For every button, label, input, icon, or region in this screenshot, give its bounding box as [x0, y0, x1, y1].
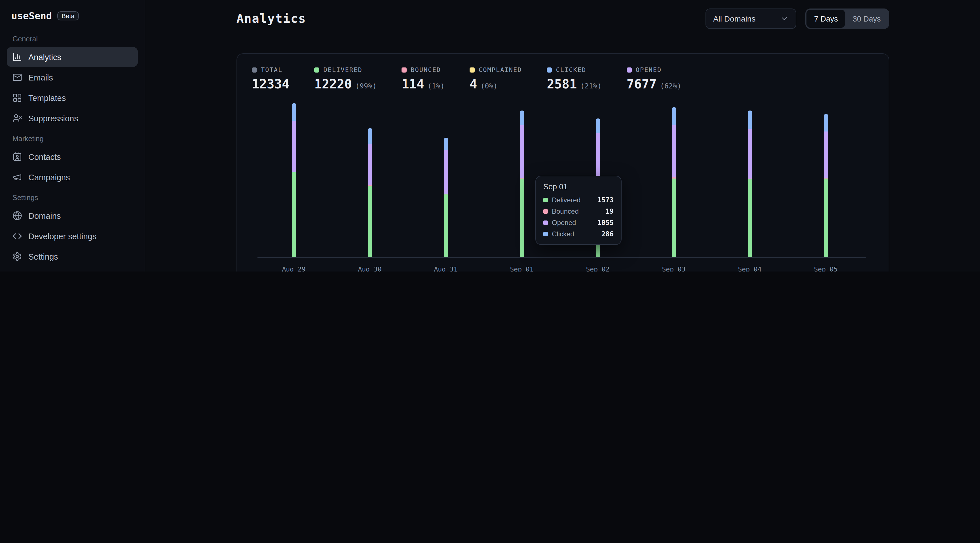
section-label: Settings — [13, 194, 132, 202]
stat-delivered: DELIVERED12220(99%) — [314, 66, 377, 91]
stat-value-clicked: 2581(21%) — [547, 77, 601, 91]
stat-label-clicked: CLICKED — [547, 66, 601, 74]
bar-aug-29[interactable] — [292, 103, 296, 257]
sidebar-item-emails[interactable]: Emails — [7, 67, 138, 87]
stat-percent: (1%) — [428, 82, 445, 90]
x-tick-label: Sep 04 — [738, 265, 761, 272]
tooltip-row: Opened1055 — [543, 219, 614, 227]
sidebar-item-label: Analytics — [29, 52, 61, 62]
stat-label-text: CLICKED — [556, 66, 586, 74]
sidebar-item-admin[interactable]: Admin — [7, 267, 138, 272]
segment-opened — [520, 125, 524, 178]
segment-clicked — [748, 110, 752, 129]
tooltip-label: Opened — [552, 219, 593, 227]
segment-clicked — [368, 128, 372, 144]
stat-label-text: DELIVERED — [323, 66, 362, 74]
stat-label-text: OPENED — [636, 66, 662, 74]
chevron-down-icon — [780, 14, 789, 23]
segment-clicked — [824, 114, 828, 132]
stat-bounced: BOUNCED114(1%) — [401, 66, 445, 91]
tooltip-date: Sep 01 — [543, 183, 614, 191]
range-button-7-days[interactable]: 7 Days — [807, 10, 845, 28]
sidebar-item-label: Suppressions — [29, 114, 78, 123]
clicked-dot — [543, 232, 548, 237]
stat-value-delivered: 12220(99%) — [314, 77, 377, 91]
stat-value-total: 12334 — [252, 77, 289, 91]
sidebar-item-campaigns[interactable]: Campaigns — [7, 167, 138, 187]
range-button-30-days[interactable]: 30 Days — [845, 10, 888, 28]
stat-label-complained: COMPLAINED — [469, 66, 522, 74]
grid-icon — [13, 93, 22, 103]
segment-delivered — [672, 178, 676, 257]
stat-label-delivered: DELIVERED — [314, 66, 377, 74]
segment-delivered — [368, 186, 372, 257]
stat-label-total: TOTAL — [252, 66, 289, 74]
bounced-dot — [401, 67, 407, 73]
stat-complained: COMPLAINED4(0%) — [469, 66, 522, 91]
sidebar-item-developer-settings[interactable]: Developer settings — [7, 226, 138, 246]
bar-sep-05[interactable] — [824, 114, 828, 257]
sidebar-item-contacts[interactable]: Contacts — [7, 147, 138, 167]
delivered-dot — [543, 198, 548, 202]
x-tick-label: Sep 03 — [662, 265, 686, 272]
x-tick-label: Aug 30 — [358, 265, 382, 272]
bar-aug-30[interactable] — [368, 128, 372, 257]
segment-clicked — [520, 111, 524, 125]
sidebar-item-settings[interactable]: Settings — [7, 246, 138, 267]
segment-opened — [748, 129, 752, 179]
tooltip-value: 1055 — [597, 219, 614, 227]
sidebar-item-templates[interactable]: Templates — [7, 88, 138, 108]
bar-sep-01[interactable] — [520, 111, 524, 257]
sidebar-item-domains[interactable]: Domains — [7, 206, 138, 225]
bounced-dot — [543, 209, 548, 214]
sidebar-item-label: Developer settings — [29, 232, 96, 241]
stat-number: 12220 — [314, 77, 352, 91]
stat-label-text: TOTAL — [261, 66, 282, 74]
section-label: Marketing — [13, 135, 132, 143]
domain-filter-dropdown[interactable]: All Domains — [706, 8, 797, 29]
sidebar-item-suppressions[interactable]: Suppressions — [7, 108, 138, 128]
sidebar-item-label: Domains — [29, 211, 61, 220]
sidebar-item-analytics[interactable]: Analytics — [7, 47, 138, 67]
segment-opened — [292, 121, 296, 172]
stat-number: 4 — [469, 77, 477, 91]
sidebar-item-label: Emails — [29, 73, 53, 82]
stat-label-text: COMPLAINED — [479, 66, 522, 74]
app-logo: useSend — [11, 10, 52, 22]
stat-number: 2581 — [547, 77, 577, 91]
x-axis-line — [258, 257, 866, 258]
bar-aug-31[interactable] — [444, 138, 448, 257]
main-content: Analytics All Domains 7 Days30 Days TOTA… — [145, 0, 980, 272]
tooltip-value: 19 — [605, 208, 614, 215]
bar-sep-03[interactable] — [672, 107, 676, 257]
segment-delivered — [748, 179, 752, 257]
stat-value-complained: 4(0%) — [469, 77, 522, 91]
sidebar-item-label: Settings — [29, 252, 58, 261]
sidebar-item-label: Campaigns — [29, 173, 70, 182]
stat-total: TOTAL12334 — [252, 66, 289, 91]
stat-number: 7677 — [627, 77, 657, 91]
tooltip-value: 1573 — [597, 196, 614, 204]
clicked-dot — [547, 67, 552, 73]
stat-number: 12334 — [252, 77, 289, 91]
gear-icon — [13, 252, 22, 261]
segment-clicked — [292, 103, 296, 121]
segment-opened — [672, 125, 676, 178]
x-tick-label: Sep 05 — [814, 265, 837, 272]
date-range-toggle: 7 Days30 Days — [806, 8, 889, 29]
total-dot — [252, 67, 257, 73]
header-controls: All Domains 7 Days30 Days — [706, 8, 889, 29]
stat-percent: (62%) — [660, 82, 681, 90]
tooltip-label: Delivered — [552, 196, 593, 204]
user-x-icon — [13, 113, 22, 123]
bar-sep-04[interactable] — [748, 110, 752, 257]
stat-value-opened: 7677(62%) — [627, 77, 681, 91]
page-title: Analytics — [237, 12, 306, 25]
segment-clicked — [596, 119, 600, 133]
tooltip-label: Clicked — [552, 230, 597, 238]
delivered-dot — [314, 67, 319, 73]
mail-icon — [13, 73, 22, 82]
analytics-overview-card: TOTAL12334DELIVERED12220(99%)BOUNCED114(… — [237, 53, 889, 272]
logo-row: useSend Beta — [7, 8, 138, 29]
segment-opened — [824, 132, 828, 178]
